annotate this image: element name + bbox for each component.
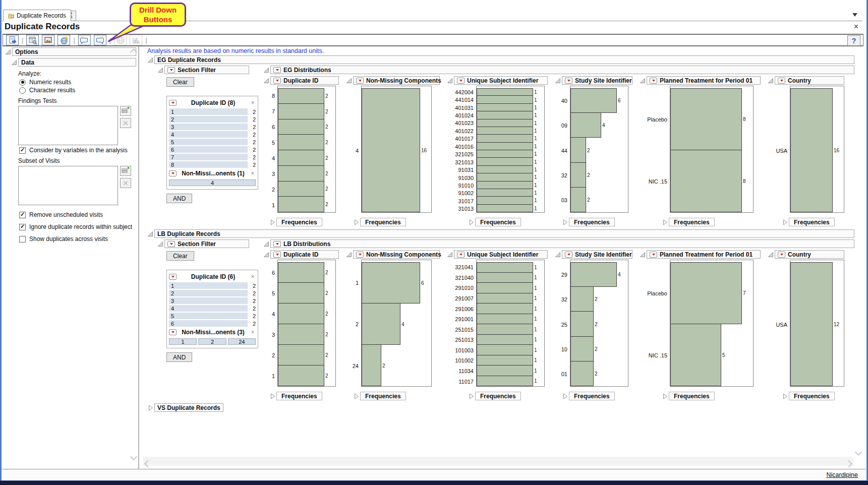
filter-row[interactable]: 22 xyxy=(169,115,256,123)
character-results-radio[interactable] xyxy=(19,87,26,94)
red-menu-icon[interactable] xyxy=(169,100,177,106)
disclosure-closed-icon[interactable] xyxy=(782,219,788,225)
disclosure-open-icon[interactable] xyxy=(147,57,153,63)
histogram-bar[interactable] xyxy=(477,111,533,119)
web-report-icon[interactable] xyxy=(57,35,70,45)
histogram-bar[interactable] xyxy=(477,262,533,273)
consider-by-variables-checkbox[interactable] xyxy=(19,147,26,154)
add-visit-button[interactable] xyxy=(120,166,131,176)
histogram-bar[interactable] xyxy=(278,165,324,181)
histogram-bar[interactable] xyxy=(362,262,420,304)
disclosure-closed-icon[interactable] xyxy=(353,219,359,225)
scroll-right-icon[interactable] xyxy=(846,459,851,468)
histogram-bar[interactable] xyxy=(570,336,594,361)
close-filter-icon[interactable]: × xyxy=(250,273,256,280)
findings-tests-listbox[interactable] xyxy=(18,106,118,145)
frequencies-button[interactable]: Frequencies xyxy=(569,218,615,226)
close-icon[interactable]: × xyxy=(854,22,858,31)
journal-icon[interactable] xyxy=(26,35,39,45)
histogram-bar[interactable] xyxy=(570,112,601,138)
filter-row[interactable]: 32 xyxy=(169,297,256,305)
disclosure-closed-icon[interactable] xyxy=(562,393,568,399)
histogram-bar[interactable] xyxy=(570,361,594,386)
histogram-bar[interactable] xyxy=(790,88,833,212)
disclosure-closed-icon[interactable] xyxy=(468,219,474,225)
panel-divider[interactable] xyxy=(138,46,139,469)
filter-row[interactable]: 42 xyxy=(169,131,256,138)
histogram-bar[interactable] xyxy=(477,344,533,355)
histogram-bar[interactable] xyxy=(278,282,324,304)
histogram-bar[interactable] xyxy=(477,293,533,304)
histogram-bar[interactable] xyxy=(670,324,721,386)
red-menu-icon[interactable] xyxy=(457,78,465,84)
help-button[interactable]: ? xyxy=(847,35,860,46)
histogram-bar[interactable] xyxy=(570,137,586,162)
frequencies-button[interactable]: Frequencies xyxy=(789,392,835,400)
tab-list-dropdown-icon[interactable] xyxy=(852,13,857,19)
red-menu-icon[interactable] xyxy=(565,252,572,258)
filter-segment[interactable]: 1 xyxy=(169,338,197,345)
histogram-bar[interactable] xyxy=(570,262,617,287)
frequencies-button[interactable]: Frequencies xyxy=(789,218,835,226)
disclosure-open-icon[interactable] xyxy=(263,67,269,73)
show-duplicates-across-visits-checkbox[interactable] xyxy=(19,236,26,242)
red-menu-icon[interactable] xyxy=(457,252,465,258)
histogram-bar[interactable] xyxy=(477,142,533,150)
histogram-bar[interactable] xyxy=(477,334,533,345)
histogram-bar[interactable] xyxy=(362,88,420,212)
red-menu-icon[interactable] xyxy=(273,67,281,73)
histogram-bar[interactable] xyxy=(278,181,324,197)
histogram-bar[interactable] xyxy=(477,189,533,197)
filter-row[interactable]: 12 xyxy=(169,282,256,289)
disclosure-open-icon[interactable] xyxy=(640,78,646,84)
disclosure-open-icon[interactable] xyxy=(263,78,269,84)
scroll-down-icon[interactable] xyxy=(856,448,861,457)
histogram-bar[interactable] xyxy=(570,311,594,336)
filter-row[interactable]: 72 xyxy=(169,153,256,161)
histogram-bar[interactable] xyxy=(477,103,533,111)
histogram-bar[interactable] xyxy=(477,173,533,181)
histogram-bar[interactable] xyxy=(278,88,324,104)
histogram-bar[interactable] xyxy=(278,365,324,386)
histogram-bar[interactable] xyxy=(278,103,324,119)
histogram-bar[interactable] xyxy=(278,344,324,366)
disclosure-closed-icon[interactable] xyxy=(269,393,275,399)
filter-row[interactable]: 52 xyxy=(169,312,256,320)
histogram-bar[interactable] xyxy=(477,165,533,173)
disclosure-closed-icon[interactable] xyxy=(269,219,275,225)
horizontal-scrollbar[interactable] xyxy=(143,457,853,466)
histogram-bar[interactable] xyxy=(570,162,586,188)
red-menu-icon[interactable] xyxy=(169,274,177,280)
delete-findings-test-button[interactable]: ✕ xyxy=(120,118,131,128)
disclosure-open-icon[interactable] xyxy=(555,78,561,84)
filter-row[interactable]: 12 xyxy=(169,108,256,115)
frequencies-button[interactable]: Frequencies xyxy=(276,218,322,226)
disclosure-open-icon[interactable] xyxy=(447,252,453,258)
disclosure-open-icon[interactable] xyxy=(768,78,774,84)
histogram-bar[interactable] xyxy=(477,181,533,189)
histogram-bar[interactable] xyxy=(278,150,324,166)
histogram-bar[interactable] xyxy=(477,119,533,127)
histogram-bar[interactable] xyxy=(477,376,533,387)
disclosure-open-icon[interactable] xyxy=(263,252,269,258)
red-menu-icon[interactable] xyxy=(273,241,281,247)
frequencies-button[interactable]: Frequencies xyxy=(475,218,521,226)
sidebar-scroll-down[interactable] xyxy=(131,454,136,461)
numeric-results-radio[interactable] xyxy=(19,79,26,86)
clear-button[interactable]: Clear xyxy=(166,77,194,87)
histogram-bar[interactable] xyxy=(670,88,742,150)
disclosure-open-icon[interactable] xyxy=(263,241,269,247)
disclosure-open-icon[interactable] xyxy=(346,78,352,84)
histogram-bar[interactable] xyxy=(278,196,324,212)
red-menu-icon[interactable] xyxy=(356,78,364,84)
filter-row[interactable]: 42 xyxy=(169,305,256,312)
histogram-bar[interactable] xyxy=(278,324,324,345)
disclosure-closed-icon[interactable] xyxy=(353,393,359,399)
disclosure-open-icon[interactable] xyxy=(5,49,11,55)
histogram-bar[interactable] xyxy=(362,303,400,345)
histogram-bar[interactable] xyxy=(477,150,533,158)
frequencies-button[interactable]: Frequencies xyxy=(669,218,715,226)
filter-segment[interactable]: 2 xyxy=(198,338,226,345)
close-filter-icon[interactable]: × xyxy=(250,170,256,177)
histogram-bar[interactable] xyxy=(670,262,742,324)
